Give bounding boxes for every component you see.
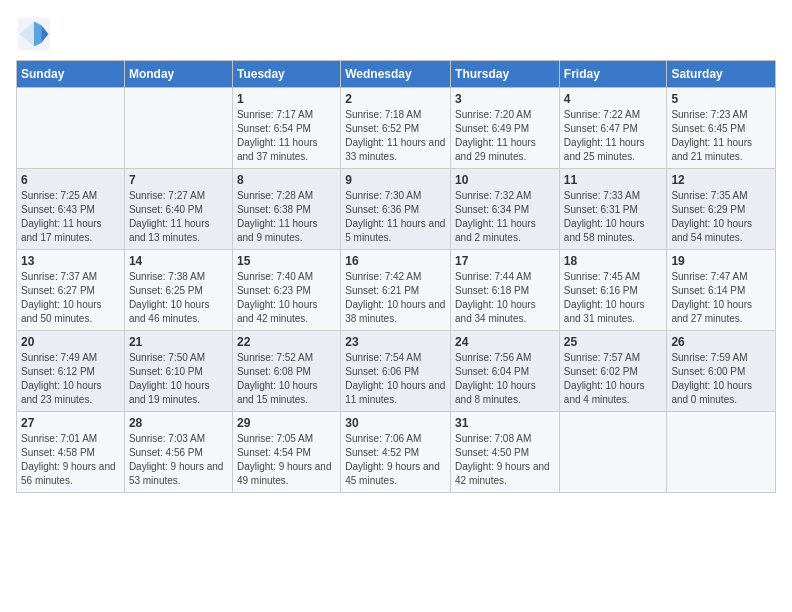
day-number: 2	[345, 92, 446, 106]
calendar-cell: 31Sunrise: 7:08 AM Sunset: 4:50 PM Dayli…	[451, 412, 560, 493]
logo	[16, 16, 56, 52]
day-content: Sunrise: 7:28 AM Sunset: 6:38 PM Dayligh…	[237, 189, 336, 245]
day-content: Sunrise: 7:32 AM Sunset: 6:34 PM Dayligh…	[455, 189, 555, 245]
calendar-cell: 1Sunrise: 7:17 AM Sunset: 6:54 PM Daylig…	[232, 88, 340, 169]
day-number: 6	[21, 173, 120, 187]
day-number: 18	[564, 254, 663, 268]
day-number: 21	[129, 335, 228, 349]
calendar-week-1: 1Sunrise: 7:17 AM Sunset: 6:54 PM Daylig…	[17, 88, 776, 169]
day-content: Sunrise: 7:47 AM Sunset: 6:14 PM Dayligh…	[671, 270, 771, 326]
calendar-header-row: SundayMondayTuesdayWednesdayThursdayFrid…	[17, 61, 776, 88]
day-number: 10	[455, 173, 555, 187]
calendar-cell: 8Sunrise: 7:28 AM Sunset: 6:38 PM Daylig…	[232, 169, 340, 250]
day-number: 14	[129, 254, 228, 268]
day-content: Sunrise: 7:35 AM Sunset: 6:29 PM Dayligh…	[671, 189, 771, 245]
day-content: Sunrise: 7:49 AM Sunset: 6:12 PM Dayligh…	[21, 351, 120, 407]
calendar-cell: 2Sunrise: 7:18 AM Sunset: 6:52 PM Daylig…	[341, 88, 451, 169]
calendar-cell: 21Sunrise: 7:50 AM Sunset: 6:10 PM Dayli…	[124, 331, 232, 412]
day-number: 26	[671, 335, 771, 349]
day-content: Sunrise: 7:06 AM Sunset: 4:52 PM Dayligh…	[345, 432, 446, 488]
calendar-cell: 10Sunrise: 7:32 AM Sunset: 6:34 PM Dayli…	[451, 169, 560, 250]
day-number: 22	[237, 335, 336, 349]
day-content: Sunrise: 7:50 AM Sunset: 6:10 PM Dayligh…	[129, 351, 228, 407]
day-number: 20	[21, 335, 120, 349]
header-cell-sunday: Sunday	[17, 61, 125, 88]
calendar-week-4: 20Sunrise: 7:49 AM Sunset: 6:12 PM Dayli…	[17, 331, 776, 412]
header-cell-friday: Friday	[559, 61, 667, 88]
page-header	[16, 16, 776, 52]
day-number: 17	[455, 254, 555, 268]
day-content: Sunrise: 7:57 AM Sunset: 6:02 PM Dayligh…	[564, 351, 663, 407]
calendar-cell: 11Sunrise: 7:33 AM Sunset: 6:31 PM Dayli…	[559, 169, 667, 250]
day-content: Sunrise: 7:25 AM Sunset: 6:43 PM Dayligh…	[21, 189, 120, 245]
calendar-cell	[17, 88, 125, 169]
day-number: 23	[345, 335, 446, 349]
day-content: Sunrise: 7:05 AM Sunset: 4:54 PM Dayligh…	[237, 432, 336, 488]
day-content: Sunrise: 7:54 AM Sunset: 6:06 PM Dayligh…	[345, 351, 446, 407]
day-content: Sunrise: 7:01 AM Sunset: 4:58 PM Dayligh…	[21, 432, 120, 488]
day-number: 24	[455, 335, 555, 349]
calendar-week-3: 13Sunrise: 7:37 AM Sunset: 6:27 PM Dayli…	[17, 250, 776, 331]
calendar-cell: 27Sunrise: 7:01 AM Sunset: 4:58 PM Dayli…	[17, 412, 125, 493]
day-content: Sunrise: 7:22 AM Sunset: 6:47 PM Dayligh…	[564, 108, 663, 164]
day-content: Sunrise: 7:23 AM Sunset: 6:45 PM Dayligh…	[671, 108, 771, 164]
day-number: 3	[455, 92, 555, 106]
day-content: Sunrise: 7:18 AM Sunset: 6:52 PM Dayligh…	[345, 108, 446, 164]
day-number: 4	[564, 92, 663, 106]
calendar-cell: 16Sunrise: 7:42 AM Sunset: 6:21 PM Dayli…	[341, 250, 451, 331]
svg-marker-3	[34, 21, 41, 46]
calendar-cell: 22Sunrise: 7:52 AM Sunset: 6:08 PM Dayli…	[232, 331, 340, 412]
logo-icon	[16, 16, 52, 52]
day-content: Sunrise: 7:42 AM Sunset: 6:21 PM Dayligh…	[345, 270, 446, 326]
day-content: Sunrise: 7:44 AM Sunset: 6:18 PM Dayligh…	[455, 270, 555, 326]
calendar-cell: 25Sunrise: 7:57 AM Sunset: 6:02 PM Dayli…	[559, 331, 667, 412]
calendar-cell: 5Sunrise: 7:23 AM Sunset: 6:45 PM Daylig…	[667, 88, 776, 169]
calendar-cell: 12Sunrise: 7:35 AM Sunset: 6:29 PM Dayli…	[667, 169, 776, 250]
day-content: Sunrise: 7:45 AM Sunset: 6:16 PM Dayligh…	[564, 270, 663, 326]
day-number: 28	[129, 416, 228, 430]
day-number: 7	[129, 173, 228, 187]
calendar-cell: 29Sunrise: 7:05 AM Sunset: 4:54 PM Dayli…	[232, 412, 340, 493]
calendar-cell: 14Sunrise: 7:38 AM Sunset: 6:25 PM Dayli…	[124, 250, 232, 331]
calendar-cell: 24Sunrise: 7:56 AM Sunset: 6:04 PM Dayli…	[451, 331, 560, 412]
calendar-cell: 17Sunrise: 7:44 AM Sunset: 6:18 PM Dayli…	[451, 250, 560, 331]
day-content: Sunrise: 7:56 AM Sunset: 6:04 PM Dayligh…	[455, 351, 555, 407]
day-content: Sunrise: 7:33 AM Sunset: 6:31 PM Dayligh…	[564, 189, 663, 245]
calendar-cell	[667, 412, 776, 493]
day-content: Sunrise: 7:20 AM Sunset: 6:49 PM Dayligh…	[455, 108, 555, 164]
day-number: 16	[345, 254, 446, 268]
day-number: 1	[237, 92, 336, 106]
day-number: 13	[21, 254, 120, 268]
calendar-cell: 18Sunrise: 7:45 AM Sunset: 6:16 PM Dayli…	[559, 250, 667, 331]
header-cell-thursday: Thursday	[451, 61, 560, 88]
calendar-cell: 28Sunrise: 7:03 AM Sunset: 4:56 PM Dayli…	[124, 412, 232, 493]
day-content: Sunrise: 7:37 AM Sunset: 6:27 PM Dayligh…	[21, 270, 120, 326]
day-number: 11	[564, 173, 663, 187]
day-number: 5	[671, 92, 771, 106]
calendar-cell: 20Sunrise: 7:49 AM Sunset: 6:12 PM Dayli…	[17, 331, 125, 412]
calendar-cell: 3Sunrise: 7:20 AM Sunset: 6:49 PM Daylig…	[451, 88, 560, 169]
calendar-table: SundayMondayTuesdayWednesdayThursdayFrid…	[16, 60, 776, 493]
header-cell-saturday: Saturday	[667, 61, 776, 88]
calendar-cell: 6Sunrise: 7:25 AM Sunset: 6:43 PM Daylig…	[17, 169, 125, 250]
calendar-body: 1Sunrise: 7:17 AM Sunset: 6:54 PM Daylig…	[17, 88, 776, 493]
day-content: Sunrise: 7:40 AM Sunset: 6:23 PM Dayligh…	[237, 270, 336, 326]
day-number: 9	[345, 173, 446, 187]
calendar-cell: 30Sunrise: 7:06 AM Sunset: 4:52 PM Dayli…	[341, 412, 451, 493]
day-number: 29	[237, 416, 336, 430]
calendar-cell: 4Sunrise: 7:22 AM Sunset: 6:47 PM Daylig…	[559, 88, 667, 169]
header-cell-wednesday: Wednesday	[341, 61, 451, 88]
calendar-week-5: 27Sunrise: 7:01 AM Sunset: 4:58 PM Dayli…	[17, 412, 776, 493]
calendar-cell: 15Sunrise: 7:40 AM Sunset: 6:23 PM Dayli…	[232, 250, 340, 331]
day-number: 31	[455, 416, 555, 430]
calendar-cell	[559, 412, 667, 493]
day-content: Sunrise: 7:17 AM Sunset: 6:54 PM Dayligh…	[237, 108, 336, 164]
day-number: 30	[345, 416, 446, 430]
calendar-week-2: 6Sunrise: 7:25 AM Sunset: 6:43 PM Daylig…	[17, 169, 776, 250]
calendar-cell	[124, 88, 232, 169]
day-number: 12	[671, 173, 771, 187]
header-cell-tuesday: Tuesday	[232, 61, 340, 88]
day-content: Sunrise: 7:08 AM Sunset: 4:50 PM Dayligh…	[455, 432, 555, 488]
day-content: Sunrise: 7:27 AM Sunset: 6:40 PM Dayligh…	[129, 189, 228, 245]
day-number: 19	[671, 254, 771, 268]
